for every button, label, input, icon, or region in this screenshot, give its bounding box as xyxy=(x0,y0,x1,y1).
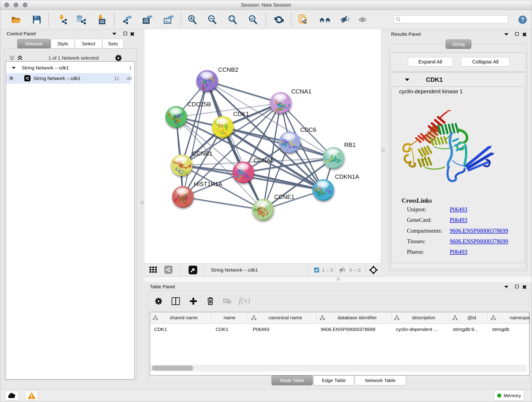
svg-text:CCNE1: CCNE1 xyxy=(274,193,294,200)
svg-text:CCNA2: CCNA2 xyxy=(254,157,274,164)
svg-text:?: ? xyxy=(521,16,524,23)
svg-text:CDC25B: CDC25B xyxy=(187,101,211,108)
svg-text:CCNB1: CCNB1 xyxy=(192,150,212,157)
svg-text:RB1: RB1 xyxy=(344,141,356,148)
svg-text:CDKN1A: CDKN1A xyxy=(335,173,359,180)
svg-text:CDC6: CDC6 xyxy=(300,126,317,133)
svg-text:CDK1: CDK1 xyxy=(233,110,249,117)
svg-text:HIST1H1A: HIST1H1A xyxy=(194,181,222,187)
svg-text:CCNB2: CCNB2 xyxy=(218,66,238,73)
svg-text:CCNA1: CCNA1 xyxy=(291,88,311,95)
